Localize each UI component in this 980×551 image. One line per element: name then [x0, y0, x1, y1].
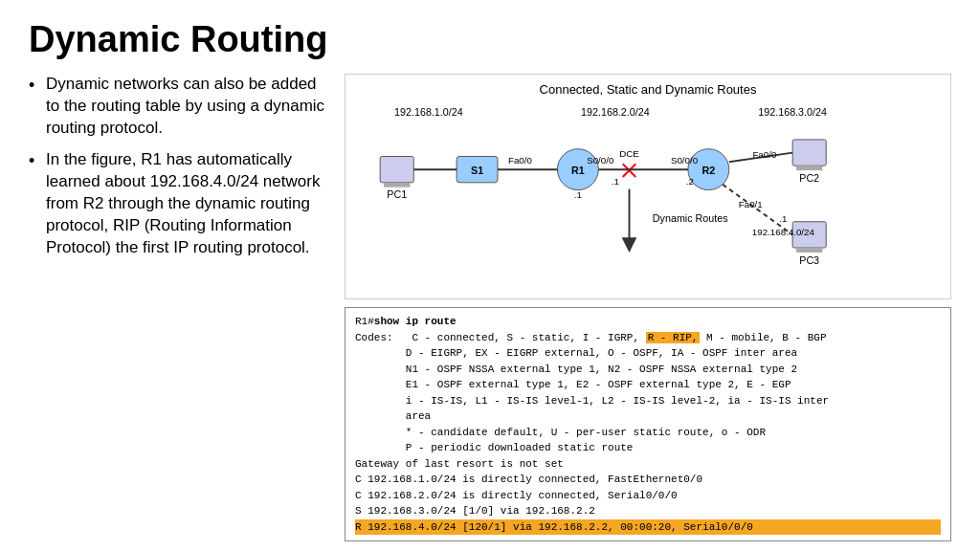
codes-line5: i - IS-IS, L1 - IS-IS level-1, L2 - IS-I… [355, 393, 941, 409]
dynamic-routes-label: Dynamic Routes [653, 212, 728, 224]
pc3-label: PC3 [799, 254, 819, 266]
s0-0-0-label-r2: S0/0/0 [671, 155, 699, 165]
rip-highlight: R - RIP, [646, 332, 701, 343]
fa0-0-label-r1: Fa0/0 [508, 155, 533, 165]
codes-label: Codes: [355, 332, 393, 343]
ip-r1-serial: .1 [612, 176, 619, 187]
pc2-stand [796, 165, 822, 170]
subnet3-label: 192.168.3.0/24 [758, 106, 827, 118]
ip-r1: .1 [574, 189, 582, 200]
pc1-shape [380, 157, 413, 183]
diagram-title: Connected, Static and Dynamic Routes [355, 82, 941, 97]
pc2-label: PC2 [799, 172, 819, 184]
s0-0-0-label-r1: S0/0/0 [587, 155, 614, 165]
codes-line4: E1 - OSPF external type 1, E2 - OSPF ext… [355, 377, 941, 393]
subnet4-label: 192.168.4.0/24 [752, 227, 815, 237]
route2-line: C 192.168.2.0/24 is directly connected, … [355, 488, 941, 504]
route1-line: C 192.168.1.0/24 is directly connected, … [355, 472, 941, 488]
subnet2-label: 192.168.2.0/24 [581, 106, 650, 118]
codes-line2: D - EIGRP, EX - EIGRP external, O - OSPF… [355, 345, 941, 362]
pc1-label: PC1 [387, 188, 407, 200]
r2-label: R2 [702, 165, 716, 176]
content-area: Dynamic networks can also be added to th… [29, 74, 951, 541]
page-title: Dynamic Routing [29, 19, 951, 60]
fa0-0-label-r2: Fa0/0 [752, 149, 777, 160]
terminal-command-line: R1#show ip route [355, 314, 941, 330]
network-diagram: Connected, Static and Dynamic Routes 192… [345, 74, 951, 299]
fa0-1-label: Fa0/1 [739, 199, 763, 209]
codes-line3: N1 - OSPF NSSA external type 1, N2 - OSP… [355, 362, 941, 378]
codes-line6: * - candidate default, U - per-user stat… [355, 425, 941, 441]
codes-line7: P - periodic downloaded static route [355, 440, 941, 456]
bullet-item-1: Dynamic networks can also be added to th… [29, 74, 325, 140]
dce-label: DCE [619, 148, 639, 159]
bullet-item-2: In the figure, R1 has automatically lear… [29, 149, 325, 259]
pc3-stand [796, 248, 822, 253]
pc2-shape [792, 140, 826, 165]
right-panel: Connected, Static and Dynamic Routes 192… [345, 74, 951, 541]
route4-line: R 192.168.4.0/24 [120/1] via 192.168.2.2… [355, 519, 941, 536]
subnet1-label: 192.168.1.0/24 [394, 106, 463, 118]
topology-svg: 192.168.1.0/24 192.168.2.0/24 192.168.3.… [355, 100, 941, 287]
codes-line: Codes: C - connected, S - static, I - IG… [355, 330, 941, 346]
s1-label: S1 [471, 165, 483, 176]
ip-r2-fa01: .1 [779, 213, 787, 224]
terminal-command-text: show ip route [374, 316, 457, 327]
ip-r2-serial: .2 [686, 176, 694, 187]
terminal-output: R1#show ip route Codes: C - connected, S… [345, 307, 951, 541]
terminal-prompt: R1# [355, 316, 374, 327]
gateway-line: Gateway of last resort is not set [355, 456, 941, 473]
bullet-list: Dynamic networks can also be added to th… [29, 74, 325, 259]
left-panel: Dynamic networks can also be added to th… [29, 74, 325, 269]
pc1-stand [384, 183, 410, 187]
r1-label: R1 [571, 165, 585, 176]
codes-line5b: area [355, 408, 941, 425]
route3-line: S 192.168.3.0/24 [1/0] via 192.168.2.2 [355, 503, 941, 519]
